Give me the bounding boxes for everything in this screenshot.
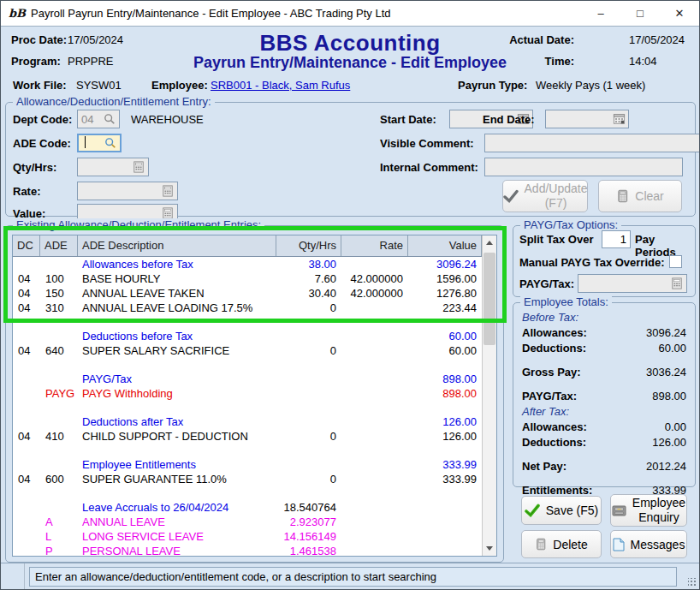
- cell-value: [408, 500, 482, 515]
- cell-qty: 0: [276, 429, 341, 444]
- cell-qty: [276, 372, 341, 386]
- cell-ade: [40, 257, 78, 271]
- delete-button[interactable]: Delete: [521, 530, 602, 558]
- app-title: BBS Accounting: [1, 30, 699, 57]
- cell-dc: [13, 401, 40, 414]
- col-header-qty-hrs: Qty/Hrs: [276, 235, 341, 256]
- table-row[interactable]: 04310ANNUAL LEAVE LOADING 17.5%0223.44: [13, 301, 482, 315]
- manual-override-label: Manual PAYG Tax Override:: [519, 256, 665, 269]
- cell-value: 333.99: [408, 472, 482, 486]
- table-row[interactable]: Deductions before Tax60.00: [13, 329, 482, 343]
- cell-dc: [13, 486, 40, 500]
- cell-qty: [276, 457, 341, 472]
- cell-rate: [341, 414, 408, 429]
- existing-entries-legend: Existing Allowance/Deduction/Entitlement…: [13, 218, 264, 231]
- maximize-icon[interactable]: □: [620, 1, 660, 26]
- check-icon: [503, 189, 519, 203]
- cell-desc: [78, 315, 276, 329]
- resize-grip-icon[interactable]: [688, 578, 697, 587]
- cell-ade: [40, 486, 78, 500]
- cell-value: 126.00: [408, 414, 482, 429]
- add-update-button[interactable]: Add/Update(F7): [502, 180, 588, 212]
- qty-hrs-field[interactable]: [77, 158, 149, 176]
- cell-rate: [341, 486, 408, 500]
- table-row[interactable]: Employee Entitlements333.99: [13, 457, 482, 472]
- cell-qty: 18.540764: [276, 500, 341, 515]
- cell-dc: [13, 529, 40, 544]
- table-row[interactable]: Deductions after Tax126.00: [13, 414, 482, 429]
- employee-totals-legend: Employee Totals:: [520, 295, 612, 308]
- scrollbar-thumb[interactable]: [483, 253, 495, 345]
- clear-button[interactable]: Clear: [598, 180, 682, 212]
- card-file-icon: [612, 504, 626, 517]
- cell-dc: 04: [13, 429, 40, 444]
- end-date-calendar-icon[interactable]: [609, 110, 628, 128]
- visible-comment-field[interactable]: [484, 134, 700, 152]
- cell-rate: [341, 343, 408, 358]
- cell-qty: [276, 386, 341, 401]
- table-row[interactable]: PPERSONAL LEAVE1.461538: [13, 544, 482, 556]
- cell-ade: P: [40, 544, 78, 556]
- end-date-field[interactable]: [545, 110, 629, 128]
- manual-override-checkbox[interactable]: [669, 255, 682, 268]
- cell-value: 898.00: [408, 372, 482, 386]
- internal-comment-field[interactable]: [484, 158, 683, 176]
- work-file-value: SYSW01: [76, 79, 122, 92]
- col-header-dc: DC: [13, 235, 40, 256]
- col-header-rate: Rate: [341, 235, 408, 256]
- messages-button[interactable]: Messages: [610, 530, 687, 558]
- payg-tax-field-label: PAYG/Tax:: [519, 277, 574, 290]
- ade-entry-groupbox: Allowance/Deduction/Entitlement Entry: D…: [5, 102, 696, 217]
- qty-hrs-calculator-icon[interactable]: [129, 158, 148, 176]
- cell-rate: [341, 500, 408, 515]
- net-pay-value: 2012.24: [646, 459, 686, 474]
- status-message-box: Enter an allowance/deduction/entitlement…: [29, 567, 677, 587]
- cell-value: 60.00: [408, 329, 482, 343]
- ade-code-search-icon[interactable]: [101, 135, 120, 151]
- cell-rate: [341, 329, 408, 343]
- table-row[interactable]: LLONG SERVICE LEAVE14.156149: [13, 529, 482, 544]
- table-row[interactable]: PAYGPAYG Withholding898.00: [13, 386, 482, 401]
- dept-code-value: 04: [78, 113, 100, 126]
- minimize-icon[interactable]: –: [581, 1, 620, 26]
- save-button[interactable]: Save (F5): [521, 496, 602, 525]
- table-row[interactable]: 04600SUPER GUARANTEE 11.0%0333.99: [13, 472, 482, 486]
- table-row[interactable]: 04100BASE HOURLY7.6042.0000001596.00: [13, 271, 482, 286]
- table-row[interactable]: 04410CHILD SUPPORT - DEDUCTION0126.00: [13, 429, 482, 444]
- cell-ade: [40, 414, 78, 429]
- table-row[interactable]: Leave Accruals to 26/04/202418.540764: [13, 500, 482, 515]
- cell-value: [408, 401, 482, 414]
- cell-ade: PAYG: [40, 386, 78, 401]
- cell-rate: [341, 515, 408, 529]
- rate-field[interactable]: [77, 182, 178, 200]
- ade-code-field[interactable]: [77, 134, 122, 152]
- scroll-up-icon[interactable]: [483, 235, 496, 250]
- cell-dc: [13, 444, 40, 457]
- table-row[interactable]: Allowances before Tax38.003096.24: [13, 257, 482, 271]
- table-row: [13, 358, 482, 372]
- rate-calculator-icon[interactable]: [158, 182, 177, 200]
- scroll-down-icon[interactable]: [483, 541, 496, 556]
- employee-link[interactable]: SRB001 - Black, Sam Rufus: [211, 79, 350, 92]
- dept-code-field[interactable]: 04: [77, 110, 120, 128]
- time-value: 14:04: [629, 55, 692, 68]
- cell-rate: [341, 529, 408, 544]
- cell-value: 1276.80: [408, 286, 482, 301]
- allowances-after-row: Allowances:0.00: [522, 420, 686, 435]
- table-row[interactable]: 04640SUPER SALARY SACRIFICE060.00: [13, 343, 482, 358]
- table-row[interactable]: AANNUAL LEAVE2.923077: [13, 515, 482, 529]
- cell-dc: [13, 414, 40, 429]
- cell-ade: [40, 358, 78, 372]
- dept-code-search-icon[interactable]: [100, 110, 119, 128]
- payg-calculator-icon[interactable]: [667, 275, 686, 292]
- entries-table: DC ADE ADE Description Qty/Hrs Rate Valu…: [12, 235, 497, 557]
- table-scrollbar[interactable]: [482, 235, 496, 556]
- table-row[interactable]: PAYG/Tax898.00: [13, 372, 482, 386]
- close-icon[interactable]: ✕: [660, 1, 699, 26]
- cell-dc: [13, 315, 40, 329]
- table-row[interactable]: 04150ANNUAL LEAVE TAKEN30.4042.000000127…: [13, 286, 482, 301]
- payg-tax-field[interactable]: [578, 274, 687, 293]
- split-tax-input[interactable]: 1: [602, 230, 631, 248]
- split-tax-value: 1: [602, 233, 630, 246]
- employee-enquiry-button[interactable]: EmployeeEnquiry: [610, 494, 687, 527]
